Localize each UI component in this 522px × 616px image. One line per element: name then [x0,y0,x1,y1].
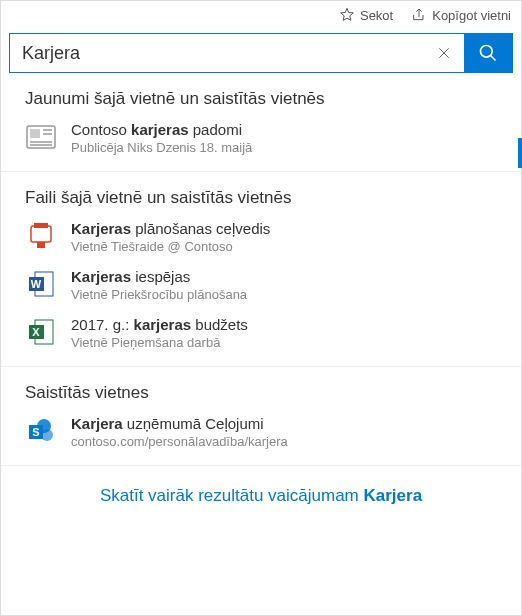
file-item[interactable]: Karjeras plānošanas ceļvedis Vietnē Tieš… [25,220,501,254]
search-icon [478,43,498,63]
result-title: Contoso karjeras padomi [71,121,501,138]
result-body: Contoso karjeras padomi Publicēja Niks D… [71,121,501,155]
result-sub: contoso.com/personālavadība/karjera [71,434,501,449]
svg-text:S: S [32,426,39,438]
svg-rect-7 [31,226,51,242]
result-sub: Vietnē Pieņemšana darbā [71,335,501,350]
share-label: Kopīgot vietni [432,8,511,23]
site-item[interactable]: S Karjera uzņēmumā Ceļojumi contoso.com/… [25,415,501,449]
files-title: Faili šajā vietnē un saistītās vietnēs [25,188,501,208]
news-item[interactable]: Contoso karjeras padomi Publicēja Niks D… [25,121,501,155]
follow-action[interactable]: Sekot [339,7,393,23]
sites-section: Saistītās vietnes S Karjera uzņēmumā Ceļ… [1,367,521,466]
news-title: Jaunumi šajā vietnē un saistītās vietnēs [25,89,501,109]
result-body: Karjeras iespējas Vietnē Priekšrocību pl… [71,268,501,302]
see-more-link[interactable]: Skatīt vairāk rezultātu vaicājumam Karje… [1,466,521,526]
svg-rect-2 [30,129,40,138]
share-icon [411,7,427,23]
close-icon [436,45,452,61]
result-body: Karjeras plānošanas ceļvedis Vietnē Tieš… [71,220,501,254]
result-title: Karjera uzņēmumā Ceļojumi [71,415,501,432]
file-item[interactable]: W Karjeras iespējas Vietnē Priekšrocību … [25,268,501,302]
files-section: Faili šajā vietnē un saistītās vietnēs K… [1,172,521,367]
result-title: Karjeras plānošanas ceļvedis [71,220,501,237]
svg-rect-9 [37,242,45,248]
star-icon [339,7,355,23]
sites-title: Saistītās vietnes [25,383,501,403]
search-input[interactable] [10,34,424,72]
file-item[interactable]: X 2017. g.: karjeras budžets Vietnē Pieņ… [25,316,501,350]
file-icon [25,220,57,252]
news-section: Jaunumi šajā vietnē un saistītās vietnēs… [1,73,521,172]
follow-label: Sekot [360,8,393,23]
svg-point-0 [481,46,493,58]
svg-text:W: W [31,278,42,290]
result-sub: Vietnē Priekšrocību plānošana [71,287,501,302]
clear-button[interactable] [424,34,464,72]
topbar: Sekot Kopīgot vietni [1,1,521,29]
result-sub: Vietnē Tiešraide @ Contoso [71,239,501,254]
search-button[interactable] [464,34,512,72]
result-body: Karjera uzņēmumā Ceļojumi contoso.com/pe… [71,415,501,449]
news-icon [25,121,57,153]
excel-icon: X [25,316,57,348]
word-icon: W [25,268,57,300]
selection-indicator [518,138,522,168]
result-body: 2017. g.: karjeras budžets Vietnē Pieņem… [71,316,501,350]
result-title: 2017. g.: karjeras budžets [71,316,501,333]
svg-rect-8 [34,223,48,228]
share-action[interactable]: Kopīgot vietni [411,7,511,23]
sharepoint-icon: S [25,415,57,447]
search-bar [9,33,513,73]
svg-text:X: X [32,326,40,338]
result-title: Karjeras iespējas [71,268,501,285]
result-sub: Publicēja Niks Dzenis 18. maijā [71,140,501,155]
